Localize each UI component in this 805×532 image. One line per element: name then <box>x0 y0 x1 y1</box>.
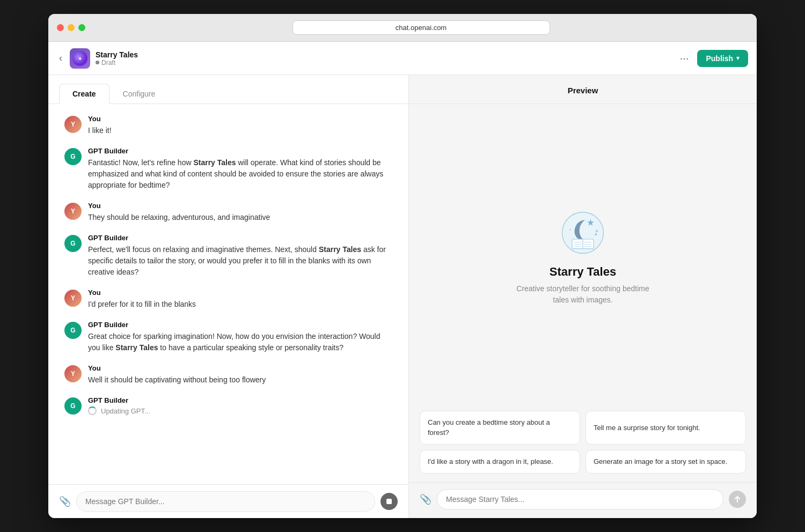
minimize-button[interactable] <box>68 24 75 31</box>
preview-gpt-subtitle: Creative storyteller for soothing bedtim… <box>508 283 658 306</box>
title-bar <box>48 14 757 42</box>
list-item: Y You Well it should be captivating with… <box>64 364 392 386</box>
list-item: G GPT Builder Perfect, we'll focus on re… <box>64 234 392 278</box>
user-avatar: Y <box>64 290 82 307</box>
preview-content: ✦ ✦ Starry Tales Creative storyteller fo… <box>409 104 757 402</box>
message-content: You Well it should be captivating withou… <box>88 364 392 386</box>
maximize-button[interactable] <box>78 24 85 31</box>
list-item: Y You I'd prefer for it to fill in the b… <box>64 289 392 310</box>
app-window: ‹ ✦ Starry Tales Draft ··· <box>48 14 757 518</box>
user-avatar: Y <box>64 203 82 220</box>
message-text: I like it! <box>88 125 392 136</box>
stop-icon <box>385 498 393 505</box>
url-input[interactable] <box>292 20 550 35</box>
starry-tales-icon: ✦ ✦ <box>561 211 604 254</box>
message-content: GPT Builder Perfect, we'll focus on rela… <box>88 234 392 278</box>
spinner-icon <box>88 407 97 415</box>
user-avatar: Y <box>64 116 82 133</box>
message-text: Fantastic! Now, let's refine how Starry … <box>88 157 392 191</box>
message-text: Perfect, we'll focus on relaxing and ima… <box>88 244 392 278</box>
left-panel: Create Configure Y You I like it! G GPT … <box>48 75 409 518</box>
gpt-title-group: Starry Tales Draft <box>96 50 138 66</box>
suggestion-button-2[interactable]: Tell me a surprise story for tonight. <box>586 411 746 444</box>
message-content: You I'd prefer for it to fill in the bla… <box>88 289 392 310</box>
message-sender: GPT Builder <box>88 147 392 155</box>
chevron-down-icon: ▾ <box>736 55 740 62</box>
more-button[interactable]: ··· <box>676 50 693 66</box>
message-text: They should be relaxing, adventurous, an… <box>88 212 392 223</box>
message-content: You They should be relaxing, adventurous… <box>88 202 392 223</box>
preview-gpt-title: Starry Tales <box>550 265 616 279</box>
stop-button[interactable] <box>380 493 398 510</box>
message-sender: You <box>88 289 392 297</box>
message-content: GPT Builder Fantastic! Now, let's refine… <box>88 147 392 191</box>
attach-button[interactable]: 📎 <box>59 496 71 507</box>
url-bar <box>94 20 748 35</box>
message-content: GPT Builder Great choice for sparking im… <box>88 321 392 353</box>
gpt-avatar: ✦ <box>70 48 90 69</box>
suggestion-button-4[interactable]: Generate an image for a story set in spa… <box>586 450 746 474</box>
message-sender: You <box>88 115 392 123</box>
preview-send-button[interactable] <box>729 491 746 508</box>
list-item: G GPT Builder Updating GPT... <box>64 396 392 415</box>
svg-text:✦: ✦ <box>78 55 82 61</box>
message-sender: You <box>88 364 392 372</box>
updating-status: Updating GPT... <box>88 407 392 415</box>
preview-title-label: Preview <box>568 86 598 95</box>
status-dot <box>96 61 99 64</box>
suggestion-buttons: Can you create a bedtime story about a f… <box>409 402 757 482</box>
gpt-builder-avatar: G <box>64 148 82 165</box>
gpt-name: Starry Tales <box>96 50 138 59</box>
gpt-builder-avatar: G <box>64 322 82 339</box>
message-content: GPT Builder Updating GPT... <box>88 396 392 415</box>
message-sender: You <box>88 202 392 210</box>
right-panel: Preview <box>409 75 757 518</box>
list-item: G GPT Builder Fantastic! Now, let's refi… <box>64 147 392 191</box>
list-item: Y You They should be relaxing, adventuro… <box>64 202 392 223</box>
preview-header: Preview <box>409 75 757 104</box>
user-avatar: Y <box>64 365 82 382</box>
left-input-area: 📎 <box>48 484 408 518</box>
message-text: I'd prefer for it to fill in the blanks <box>88 299 392 310</box>
preview-attach-button[interactable]: 📎 <box>420 493 431 505</box>
app-header: ‹ ✦ Starry Tales Draft ··· <box>48 42 757 75</box>
main-content: Create Configure Y You I like it! G GPT … <box>48 75 757 518</box>
list-item: G GPT Builder Great choice for sparking … <box>64 321 392 353</box>
message-starry-tales-input[interactable] <box>437 489 723 509</box>
publish-label: Publish <box>706 54 733 63</box>
tab-create[interactable]: Create <box>59 84 109 104</box>
message-sender: GPT Builder <box>88 321 392 329</box>
svg-text:✦: ✦ <box>569 228 572 231</box>
tab-configure[interactable]: Configure <box>109 84 169 104</box>
gpt-builder-avatar: G <box>64 235 82 252</box>
send-icon <box>734 496 741 503</box>
message-sender: GPT Builder <box>88 396 392 404</box>
tab-bar: Create Configure <box>48 75 408 104</box>
svg-rect-2 <box>386 499 392 504</box>
updating-text: Updating GPT... <box>101 407 150 415</box>
right-input-area: 📎 <box>409 482 757 518</box>
suggestion-button-3[interactable]: I'd like a story with a dragon in it, pl… <box>420 450 580 474</box>
list-item: Y You I like it! <box>64 115 392 136</box>
message-gpt-builder-input[interactable] <box>76 491 375 512</box>
message-content: You I like it! <box>88 115 392 136</box>
gpt-status: Draft <box>96 59 138 66</box>
message-sender: GPT Builder <box>88 234 392 242</box>
message-text: Great choice for sparking imagination! N… <box>88 331 392 353</box>
close-button[interactable] <box>57 24 64 31</box>
chat-messages: Y You I like it! G GPT Builder Fantastic… <box>48 104 408 484</box>
message-text: Well it should be captivating without be… <box>88 374 392 386</box>
publish-button[interactable]: Publish ▾ <box>697 50 748 67</box>
svg-text:✦: ✦ <box>594 233 598 238</box>
gpt-builder-avatar: G <box>64 397 82 415</box>
suggestion-button-1[interactable]: Can you create a bedtime story about a f… <box>420 411 580 444</box>
back-button[interactable]: ‹ <box>57 50 64 66</box>
traffic-lights <box>57 24 85 31</box>
